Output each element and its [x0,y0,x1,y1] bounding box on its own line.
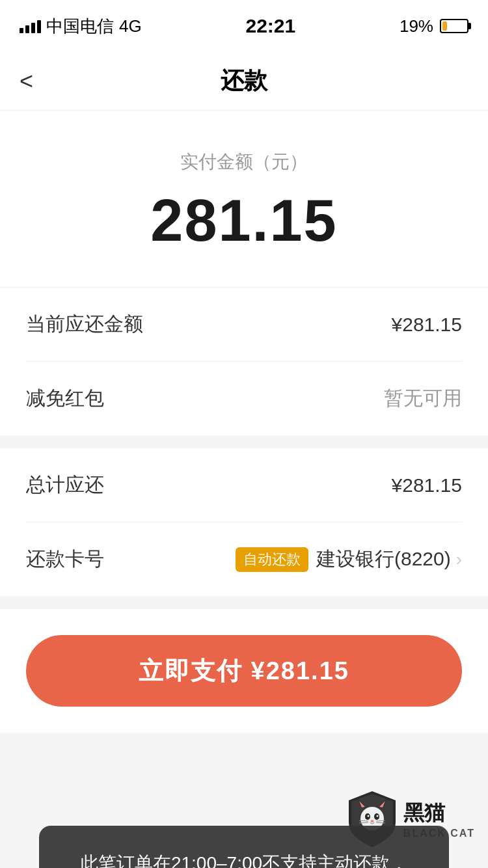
back-button[interactable]: < [20,68,33,95]
status-right: 19% [400,16,468,36]
total-value: ¥281.15 [392,474,462,496]
status-time: 22:21 [245,15,295,37]
battery-icon [440,19,468,33]
section-divider [0,435,488,448]
svg-point-8 [376,815,378,817]
auto-repay-tag: 自动还款 [236,547,308,572]
page-wrapper: 中国电信 4G 22:21 19% < 还款 实付金额（元） 281.15 当前… [0,0,488,868]
info-row-coupon: 减免红包 暂无可用 [26,362,462,435]
amount-value: 281.15 [26,187,462,254]
info-section-2-wrapper: 总计应还 ¥281.15 还款卡号 自动还款 建设银行(8220) › 此笔订单… [0,448,488,596]
nav-bar: < 还款 [0,52,488,111]
info-section-1: 当前应还金额 ¥281.15 减免红包 暂无可用 [0,287,488,435]
tooltip-popup: 此笔订单在21:00–7:00不支持主动还款， 请在其他时间段进行还款。 [39,826,449,868]
pay-button[interactable]: 立即支付 ¥281.15 [26,635,462,707]
card-label: 还款卡号 [26,546,104,573]
page-title: 还款 [221,65,267,97]
svg-point-9 [370,820,373,822]
pay-section: 立即支付 ¥281.15 [0,609,488,733]
tooltip-text: 此笔订单在21:00–7:00不支持主动还款， 请在其他时间段进行还款。 [65,849,423,868]
due-amount-value: ¥281.15 [392,314,462,336]
carrier-label: 中国电信 [46,15,114,38]
amount-section: 实付金额（元） 281.15 [0,111,488,287]
due-amount-label: 当前应还金额 [26,311,143,338]
battery-percent: 19% [400,16,433,36]
svg-point-7 [367,815,369,817]
tooltip-line1: 此笔订单在21:00–7:00不支持主动还款， [80,853,408,868]
bank-name: 建设银行(8220) [316,546,451,573]
coupon-value: 暂无可用 [384,385,462,412]
info-row-due-amount: 当前应还金额 ¥281.15 [26,288,462,362]
info-row-total: 总计应还 ¥281.15 [26,448,462,522]
info-section-2: 总计应还 ¥281.15 还款卡号 自动还款 建设银行(8220) › [0,448,488,596]
coupon-label: 减免红包 [26,385,104,412]
network-label: 4G [119,16,142,36]
info-row-card[interactable]: 还款卡号 自动还款 建设银行(8220) › [26,522,462,596]
status-left: 中国电信 4G [20,15,142,38]
bank-info[interactable]: 自动还款 建设银行(8220) › [236,546,462,573]
signal-icon [20,19,41,33]
amount-label: 实付金额（元） [26,150,462,174]
blackcat-cn-label: 黑猫 [403,799,445,828]
total-label: 总计应还 [26,472,104,498]
chevron-right-icon: › [456,549,462,570]
battery-fill [442,21,447,31]
status-bar: 中国电信 4G 22:21 19% [0,0,488,52]
